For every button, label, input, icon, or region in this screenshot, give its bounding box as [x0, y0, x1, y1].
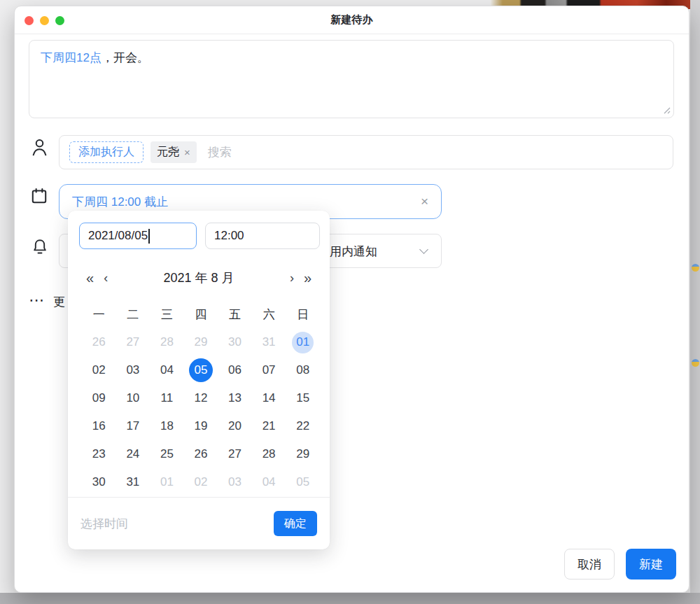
day-cell[interactable]: 26 [82, 328, 116, 356]
text-cursor [148, 229, 150, 244]
day-number: 22 [291, 414, 315, 438]
day-cell[interactable]: 04 [150, 356, 184, 384]
day-number: 27 [223, 442, 247, 466]
day-cell[interactable]: 14 [252, 384, 286, 412]
resize-handle-icon[interactable] [662, 106, 671, 115]
day-cell[interactable]: 27 [116, 328, 150, 356]
day-number: 23 [87, 442, 111, 466]
day-number: 17 [121, 414, 145, 438]
day-cell[interactable]: 07 [252, 356, 286, 384]
chevron-down-icon [419, 245, 428, 254]
day-cell[interactable]: 30 [218, 328, 252, 356]
create-button[interactable]: 新建 [626, 549, 676, 580]
day-cell[interactable]: 16 [82, 412, 116, 440]
day-cell[interactable]: 20 [218, 412, 252, 440]
day-cell[interactable]: 19 [184, 412, 218, 440]
assignee-tag[interactable]: 元尧 × [150, 141, 197, 163]
day-number: 02 [87, 358, 111, 382]
day-cell[interactable]: 04 [252, 468, 286, 496]
day-cell[interactable]: 24 [116, 440, 150, 468]
day-number: 31 [257, 330, 281, 354]
task-description-textarea[interactable]: 下周四12点，开会。 [29, 40, 674, 118]
weekday-label: 五 [218, 300, 252, 328]
calendar-nav: « ‹ 2021 年 8 月 › » [68, 264, 330, 292]
day-cell[interactable]: 06 [218, 356, 252, 384]
assignee-tag-name: 元尧 [157, 145, 179, 160]
day-cell[interactable]: 03 [116, 356, 150, 384]
day-cell[interactable]: 31 [252, 328, 286, 356]
remove-assignee-icon[interactable]: × [184, 146, 190, 158]
day-cell[interactable]: 01 [150, 468, 184, 496]
day-number: 13 [223, 386, 247, 410]
cancel-button[interactable]: 取消 [564, 549, 615, 580]
day-cell[interactable]: 02 [184, 468, 218, 496]
day-cell[interactable]: 17 [116, 412, 150, 440]
day-number: 21 [257, 414, 281, 438]
weekday-label: 日 [286, 300, 320, 328]
day-number: 26 [87, 330, 111, 354]
day-number: 19 [189, 414, 213, 438]
day-cell[interactable]: 28 [150, 328, 184, 356]
add-assignee-button[interactable]: 添加执行人 [69, 141, 144, 163]
day-cell[interactable]: 03 [218, 468, 252, 496]
day-number: 18 [155, 414, 178, 438]
weekday-row: 一二三四五六日 [82, 300, 320, 328]
day-number: 14 [257, 386, 281, 410]
day-cell[interactable]: 01 [286, 328, 320, 356]
more-label[interactable]: 更 [53, 294, 65, 310]
day-number: 01 [155, 470, 178, 494]
select-time-link[interactable]: 选择时间 [80, 516, 274, 532]
day-number: 30 [223, 330, 247, 354]
picker-time-input[interactable]: 12:00 [205, 223, 320, 249]
day-number: 24 [121, 442, 145, 466]
picker-time-value: 12:00 [214, 229, 244, 243]
day-cell[interactable]: 18 [150, 412, 184, 440]
day-cell[interactable]: 13 [218, 384, 252, 412]
day-number: 28 [257, 442, 281, 466]
confirm-button[interactable]: 确定 [274, 511, 317, 536]
prev-year-icon[interactable]: « [86, 271, 94, 285]
picker-date-value: 2021/08/05 [88, 229, 148, 243]
day-cell[interactable]: 05 [184, 356, 218, 384]
calendar-icon [30, 187, 48, 205]
day-cell[interactable]: 08 [286, 356, 320, 384]
day-cell[interactable]: 28 [252, 440, 286, 468]
day-cell[interactable]: 27 [218, 440, 252, 468]
zoom-window-button[interactable] [55, 16, 64, 25]
day-cell[interactable]: 25 [150, 440, 184, 468]
day-cell[interactable]: 15 [286, 384, 320, 412]
picker-date-input[interactable]: 2021/08/05 [79, 223, 197, 249]
day-cell[interactable]: 09 [82, 384, 116, 412]
background-bottom-strip [0, 593, 700, 604]
bell-icon [31, 238, 48, 256]
minimize-window-button[interactable] [40, 16, 49, 25]
day-cell[interactable]: 11 [150, 384, 184, 412]
day-cell[interactable]: 21 [252, 412, 286, 440]
day-number: 25 [155, 442, 178, 466]
day-number: 10 [121, 386, 145, 410]
day-cell[interactable]: 29 [286, 440, 320, 468]
day-number: 04 [155, 358, 178, 382]
day-number: 04 [257, 470, 281, 494]
day-cell[interactable]: 12 [184, 384, 218, 412]
close-window-button[interactable] [24, 16, 34, 25]
clear-due-date-icon[interactable]: × [421, 194, 428, 209]
day-cell[interactable]: 31 [116, 468, 150, 496]
day-cell[interactable]: 23 [82, 440, 116, 468]
next-year-icon[interactable]: » [304, 271, 312, 285]
person-icon [31, 138, 48, 157]
day-cell[interactable]: 02 [82, 356, 116, 384]
day-cell[interactable]: 26 [184, 440, 218, 468]
day-cell[interactable]: 30 [82, 468, 116, 496]
next-month-icon[interactable]: › [290, 272, 294, 284]
window-title: 新建待办 [15, 13, 689, 27]
day-cell[interactable]: 05 [286, 468, 320, 496]
day-number: 02 [189, 470, 213, 494]
assignee-field[interactable]: 添加执行人 元尧 × 搜索 [59, 135, 673, 169]
day-number: 05 [189, 358, 213, 382]
day-cell[interactable]: 10 [116, 384, 150, 412]
day-cell[interactable]: 22 [286, 412, 320, 440]
date-picker-popup: 2021/08/05 12:00 « ‹ 2021 年 8 月 › » 一二三四… [68, 211, 330, 549]
day-cell[interactable]: 29 [184, 328, 218, 356]
calendar-days-grid: 2627282930310102030405060708091011121314… [82, 328, 320, 496]
